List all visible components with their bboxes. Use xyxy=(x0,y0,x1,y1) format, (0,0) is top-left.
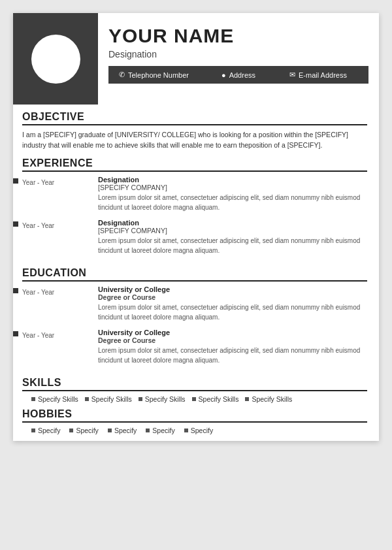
skill-item: Specify Skills xyxy=(192,395,239,403)
location-icon: ● xyxy=(221,71,226,79)
hobby-label: Specify xyxy=(152,427,174,434)
phone-contact: ✆ Telephone Number xyxy=(119,71,199,79)
entry-desc: Lorem ipsum dolor sit amet, consectetuer… xyxy=(98,236,379,255)
hobby-bullet xyxy=(31,429,35,432)
hobby-bullet xyxy=(146,429,150,432)
phone-icon: ✆ xyxy=(119,71,125,79)
entry-desc: Lorem ipsum dolor sit amet, consectetuer… xyxy=(98,193,379,212)
contact-bar: ✆ Telephone Number ● Address ✉ E-mail Ad… xyxy=(108,66,368,84)
hobby-label: Specify xyxy=(191,427,213,434)
designation-label: Designation xyxy=(108,49,368,59)
entry-years: Year - Year xyxy=(22,221,54,229)
entry-title: Designation xyxy=(98,219,379,227)
skill-item: Specify Skills xyxy=(245,395,292,403)
entry-desc: Lorem ipsum dolor sit amet, consectetuer… xyxy=(98,346,379,365)
hobbies-list: SpecifySpecifySpecifySpecifySpecify xyxy=(22,427,367,434)
hobby-item: Specify xyxy=(146,427,174,434)
objective-section: OBJECTIVE I am a [SPECIFY] graduate of [… xyxy=(13,105,379,151)
hobby-label: Specify xyxy=(76,427,98,434)
entry-years: Year - Year xyxy=(22,287,54,296)
entry-years: Year - Year xyxy=(22,178,54,186)
skill-bullet xyxy=(245,397,249,401)
education-entries: Year - Year University or College Degree… xyxy=(13,285,379,365)
education-entry: Year - Year University or College Degree… xyxy=(13,285,379,322)
education-entry: Year - Year University or College Degree… xyxy=(13,329,379,365)
email-label: E-mail Address xyxy=(299,71,347,79)
hobby-bullet xyxy=(69,429,73,432)
experience-entry: Year - Year Designation [SPECIFY COMPANY… xyxy=(13,176,379,212)
address-contact: ● Address xyxy=(199,71,278,79)
entry-title: Designation xyxy=(98,176,379,184)
skill-bullet xyxy=(31,397,35,401)
entry-dot xyxy=(13,221,18,227)
header-section: YOUR NAME Designation ✆ Telephone Number… xyxy=(13,13,379,105)
address-label: Address xyxy=(229,71,255,79)
entry-year-col: Year - Year xyxy=(13,176,98,212)
email-icon: ✉ xyxy=(289,71,295,79)
hobby-bullet xyxy=(108,429,112,432)
entry-year-col: Year - Year xyxy=(13,285,98,322)
hobby-bullet xyxy=(184,429,188,432)
education-section: EDUCATION xyxy=(13,262,379,282)
avatar xyxy=(31,35,80,84)
skill-item: Specify Skills xyxy=(139,395,186,403)
entry-year-col: Year - Year xyxy=(13,219,98,255)
objective-title: OBJECTIVE xyxy=(22,111,367,125)
entry-desc: Lorem ipsum dolor sit amet, consectetuer… xyxy=(98,302,379,322)
experience-section: EXPERIENCE xyxy=(13,151,379,172)
resume-document: YOUR NAME Designation ✆ Telephone Number… xyxy=(13,13,379,441)
skills-title: SKILLS xyxy=(22,377,367,391)
hobbies-section: HOBBIES SpecifySpecifySpecifySpecifySpec… xyxy=(13,403,379,441)
skill-item: Specify Skills xyxy=(31,395,78,403)
experience-title: EXPERIENCE xyxy=(22,157,367,172)
email-contact: ✉ E-mail Address xyxy=(278,71,358,79)
hobby-label: Specify xyxy=(114,427,137,434)
name-heading: YOUR NAME xyxy=(108,25,368,46)
skill-bullet xyxy=(85,397,89,401)
hobby-item: Specify xyxy=(31,427,60,434)
hobby-item: Specify xyxy=(69,427,98,434)
skill-label: Specify Skills xyxy=(199,395,239,403)
phone-label: Telephone Number xyxy=(128,71,189,79)
header-info: YOUR NAME Designation ✆ Telephone Number… xyxy=(98,13,379,105)
entry-company: [SPECIFY COMPANY] xyxy=(98,184,379,191)
education-title: EDUCATION xyxy=(22,267,367,282)
entry-detail: University or College Degree or Course L… xyxy=(98,329,379,365)
entry-detail: Designation [SPECIFY COMPANY] Lorem ipsu… xyxy=(98,219,379,255)
entry-years: Year - Year xyxy=(22,331,54,339)
hobby-item: Specify xyxy=(108,427,137,434)
header-photo-area xyxy=(13,13,98,105)
hobbies-title: HOBBIES xyxy=(22,408,367,423)
school-name: University or College xyxy=(98,285,379,293)
skills-list: Specify SkillsSpecify SkillsSpecify Skil… xyxy=(22,395,367,403)
school-name: University or College xyxy=(98,329,379,336)
skill-label: Specify Skills xyxy=(145,395,186,403)
entry-dot xyxy=(13,331,18,336)
skill-label: Specify Skills xyxy=(252,395,292,403)
skill-label: Specify Skills xyxy=(38,395,78,403)
entry-dot xyxy=(13,288,18,293)
experience-entry: Year - Year Designation [SPECIFY COMPANY… xyxy=(13,219,379,255)
degree-name: Degree or Course xyxy=(98,293,379,301)
entry-year-col: Year - Year xyxy=(13,329,98,365)
experience-entries: Year - Year Designation [SPECIFY COMPANY… xyxy=(13,176,379,255)
degree-name: Degree or Course xyxy=(98,336,379,344)
entry-detail: Designation [SPECIFY COMPANY] Lorem ipsu… xyxy=(98,176,379,212)
entry-dot xyxy=(13,178,18,184)
hobby-item: Specify xyxy=(184,427,213,434)
skill-label: Specify Skills xyxy=(91,395,132,403)
objective-text: I am a [SPECIFY] graduate of [UNIVERSITY… xyxy=(22,129,367,151)
skill-bullet xyxy=(192,397,196,401)
hobby-label: Specify xyxy=(38,427,60,434)
entry-detail: University or College Degree or Course L… xyxy=(98,285,379,322)
skills-section: SKILLS Specify SkillsSpecify SkillsSpeci… xyxy=(13,372,379,403)
skill-bullet xyxy=(139,397,142,401)
entry-company: [SPECIFY COMPANY] xyxy=(98,227,379,235)
skill-item: Specify Skills xyxy=(85,395,132,403)
